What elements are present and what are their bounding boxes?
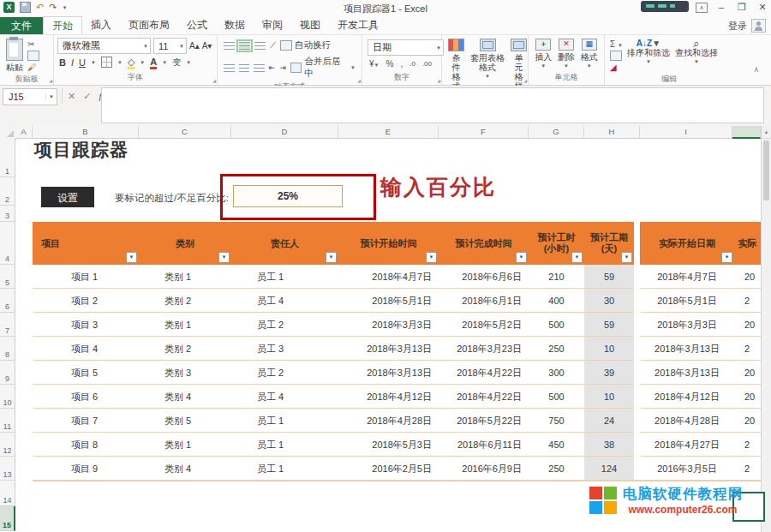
table-cell[interactable]: 2018年4月27日 — [640, 433, 734, 457]
filter-button[interactable]: ▼ — [516, 252, 527, 263]
percent-style-icon[interactable]: % — [386, 59, 394, 69]
table-cell[interactable]: 2018年3月3日 — [640, 313, 734, 337]
sheet-title-cell[interactable]: 项目跟踪器 — [34, 138, 128, 162]
table-cell[interactable]: 员工 1 — [231, 265, 338, 289]
alignment-dialog-launcher[interactable]: ◢ — [357, 78, 361, 83]
filter-button[interactable]: ▼ — [571, 252, 583, 263]
accounting-format-icon[interactable]: ¥▼ — [369, 59, 380, 69]
table-cell[interactable]: 59 — [584, 265, 634, 289]
ribbon-tab[interactable]: 审阅 — [254, 16, 291, 33]
table-cell[interactable]: 类别 2 — [139, 337, 231, 361]
table-cell[interactable]: 2018年4月12日 — [640, 385, 734, 409]
table-cell[interactable]: 124 — [584, 457, 634, 481]
row-header-4[interactable]: 4 — [0, 222, 15, 265]
table-cell[interactable]: 员工 4 — [231, 385, 338, 409]
table-cell[interactable]: 250 — [529, 337, 584, 361]
table-cell[interactable]: 2018年4月22日 — [439, 361, 529, 385]
fill-color-dropdown-icon[interactable]: ▼ — [140, 60, 145, 65]
column-header-D[interactable]: D — [231, 126, 338, 139]
table-cell[interactable]: 2 — [734, 457, 761, 481]
table-cell[interactable]: 2018年5月22日 — [439, 409, 529, 433]
table-cell[interactable]: 2 — [734, 289, 761, 313]
ribbon-display-options-icon[interactable]: ∧ — [696, 3, 708, 13]
table-cell[interactable]: 员工 2 — [231, 313, 338, 337]
ribbon-tab[interactable]: 开发工具 — [329, 16, 387, 33]
fill-icon[interactable] — [610, 51, 622, 61]
ribbon-tab[interactable]: 插入 — [82, 16, 120, 33]
collapse-ribbon-icon[interactable]: ∧ — [753, 65, 759, 74]
table-cell[interactable]: 59 — [584, 313, 634, 337]
row-header-5[interactable]: 5 — [0, 265, 15, 289]
increase-decimal-icon[interactable]: .0 — [409, 60, 415, 68]
row-header-14[interactable]: 14 — [0, 481, 15, 506]
enter-icon[interactable]: ✓ — [83, 91, 91, 102]
table-cell[interactable]: 类别 3 — [139, 361, 231, 385]
table-cell[interactable]: 项目 8 — [33, 433, 139, 457]
column-header-C[interactable]: C — [139, 126, 231, 139]
cancel-icon[interactable]: ✕ — [68, 91, 75, 102]
row-header-6[interactable]: 6 — [0, 289, 15, 313]
font-color-dropdown-icon[interactable]: ▼ — [162, 60, 167, 65]
ribbon-tab[interactable]: 页面布局 — [120, 16, 178, 33]
delete-cells-button[interactable]: ✕ 删除▼ — [555, 38, 577, 72]
table-cell[interactable]: 2018年6月1日 — [439, 289, 529, 313]
table-cell[interactable]: 20 — [734, 361, 761, 385]
column-header-selected[interactable] — [732, 126, 761, 139]
row-header-12[interactable]: 12 — [0, 433, 15, 457]
table-cell[interactable]: 项目 2 — [33, 289, 139, 313]
table-cell[interactable]: 员工 2 — [231, 361, 338, 385]
ribbon-tab[interactable]: 数据 — [216, 16, 254, 33]
table-cell[interactable]: 30 — [584, 289, 634, 313]
clipboard-dialog-launcher[interactable]: ◢ — [49, 78, 52, 83]
borders-dropdown-icon[interactable]: ▼ — [117, 60, 123, 65]
table-header-cell[interactable]: 预计工期 (天)▼ — [584, 222, 634, 265]
table-cell[interactable]: 2018年5月1日 — [640, 289, 734, 313]
row-header-1[interactable]: 1 — [0, 139, 15, 177]
table-cell[interactable]: 员工 1 — [231, 409, 338, 433]
table-cell[interactable]: 2018年4月28日 — [338, 409, 439, 433]
column-header-A[interactable]: A — [15, 126, 33, 139]
font-dialog-launcher[interactable]: ◢ — [212, 78, 216, 83]
sort-filter-button[interactable]: A↓Z▼ 排序和筛选▼ — [625, 38, 672, 74]
table-cell[interactable]: 员工 4 — [231, 289, 338, 313]
table-cell[interactable]: 项目 4 — [33, 337, 139, 361]
name-box[interactable]: J15 ▼ — [3, 88, 57, 105]
format-cells-button[interactable]: ▦ 格式▼ — [578, 38, 601, 72]
table-cell[interactable]: 项目 9 — [33, 457, 139, 481]
table-cell[interactable]: 类别 1 — [139, 265, 231, 289]
table-header-cell[interactable]: 实际开始日期▼ — [640, 222, 734, 265]
table-cell[interactable]: 2018年4月7日 — [338, 265, 439, 289]
row-header-13[interactable]: 13 — [0, 457, 15, 481]
increase-indent-icon[interactable]: ⇥ — [279, 63, 286, 72]
table-cell[interactable]: 项目 1 — [33, 265, 139, 289]
select-all-corner[interactable] — [0, 126, 16, 140]
table-cell[interactable]: 2018年5月2日 — [439, 313, 529, 337]
table-header-cell[interactable]: 实际 — [734, 222, 761, 265]
borders-icon[interactable] — [101, 57, 112, 68]
table-cell[interactable]: 500 — [529, 385, 584, 409]
wrap-text-button[interactable]: 自动换行 — [280, 39, 331, 51]
align-right-icon[interactable] — [254, 64, 265, 72]
table-cell[interactable]: 2018年5月3日 — [338, 433, 439, 457]
bold-icon[interactable]: B — [59, 57, 66, 68]
table-cell[interactable]: 10 — [584, 337, 634, 361]
table-cell[interactable]: 2018年3月13日 — [338, 337, 439, 361]
table-cell[interactable]: 类别 4 — [139, 457, 231, 481]
table-cell[interactable]: 250 — [529, 457, 584, 481]
column-header-B[interactable]: B — [33, 126, 139, 139]
table-header-cell[interactable]: 类别▼ — [139, 222, 231, 265]
scroll-up-icon[interactable]: ▲ — [762, 126, 771, 139]
decrease-decimal-icon[interactable]: .00 — [422, 60, 432, 68]
table-cell[interactable]: 2018年6月6日 — [439, 265, 529, 289]
table-header-cell[interactable]: 预计工时 (小时)▼ — [529, 222, 584, 265]
font-color-icon[interactable]: A — [150, 57, 157, 67]
italic-icon[interactable]: I — [71, 57, 74, 68]
table-cell[interactable]: 员工 3 — [231, 337, 338, 361]
table-cell[interactable]: 类别 5 — [139, 409, 231, 433]
filter-button[interactable]: ▼ — [621, 252, 632, 263]
phonetic-icon[interactable]: 变 — [172, 57, 181, 67]
table-cell[interactable]: 2018年4月28日 — [640, 409, 734, 433]
table-cell[interactable]: 2018年3月13日 — [640, 337, 734, 361]
table-cell[interactable]: 2 — [734, 433, 761, 457]
copy-icon[interactable] — [27, 51, 39, 61]
